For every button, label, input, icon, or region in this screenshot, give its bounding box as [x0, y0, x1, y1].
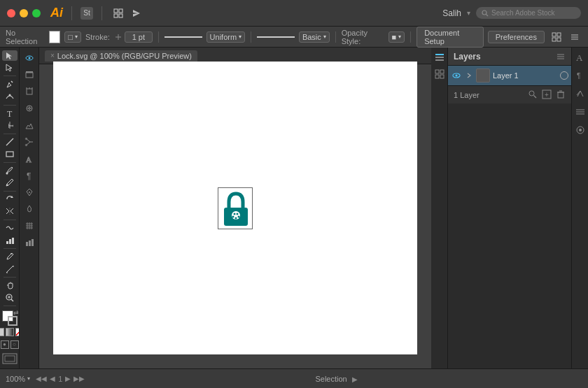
stroke-style-dropdown[interactable]: Basic ▾	[299, 31, 330, 43]
canvas-area: × Lock.svg @ 100% (RGB/GPU Preview)	[39, 48, 431, 368]
stroke-value-input[interactable]: 1 pt	[125, 31, 153, 43]
document-tab[interactable]: × Lock.svg @ 100% (RGB/GPU Preview)	[45, 50, 197, 62]
far-right-icon-strip: A ¶	[571, 48, 588, 368]
layers-menu-icon[interactable]	[556, 52, 566, 62]
status-play-icon[interactable]: ▶	[352, 375, 358, 383]
layers-search-icon[interactable]	[528, 89, 538, 101]
st-icon[interactable]: St	[80, 7, 93, 20]
main-layout: T T	[0, 48, 588, 368]
image-trace-toggle[interactable]	[22, 117, 37, 133]
svg-rect-0	[114, 9, 118, 13]
panel-menu-icon[interactable]	[567, 29, 582, 45]
user-chevron[interactable]: ▾	[467, 9, 470, 17]
fill-mode-btn[interactable]: ○	[10, 340, 19, 349]
svg-rect-72	[435, 57, 444, 58]
appearance-panel-btn[interactable]	[573, 123, 587, 137]
measure-tool-button[interactable]	[2, 264, 18, 274]
hand-icon	[5, 281, 15, 291]
line-tool-button[interactable]	[2, 136, 18, 147]
artboard-toggle[interactable]	[22, 84, 37, 99]
swap-colors-icon[interactable]: ⇄	[13, 309, 19, 316]
hand-tool-button[interactable]	[2, 280, 18, 291]
eye-icon	[24, 53, 34, 63]
svg-point-67	[237, 213, 239, 215]
direct-selection-tool-button[interactable]	[2, 62, 18, 73]
properties-panel-btn[interactable]: A	[573, 50, 587, 64]
zoom-chevron[interactable]: ▾	[27, 375, 30, 382]
scissors-tool-button[interactable]	[22, 134, 37, 150]
zoom-tool-button[interactable]	[2, 292, 18, 303]
chart-btn[interactable]	[22, 235, 37, 250]
svg-rect-73	[435, 59, 444, 61]
color-panel-btn[interactable]	[573, 105, 587, 119]
warp-tool-button[interactable]	[2, 223, 18, 233]
layer-expand-arrow[interactable]	[465, 71, 473, 80]
svg-point-39	[28, 57, 30, 59]
normal-mode-btn[interactable]: ●	[1, 340, 9, 349]
rect-tool-button[interactable]	[2, 149, 18, 159]
type-outline-button[interactable]: A	[22, 151, 37, 166]
fill-color-swatch[interactable]	[49, 31, 60, 43]
opacity-dropdown[interactable]: ■ ▾	[388, 31, 405, 43]
eye-visibility-toggle[interactable]	[22, 50, 37, 66]
page-next-end-btn[interactable]: ▶▶	[74, 375, 85, 382]
artboards-btn[interactable]	[433, 67, 447, 81]
type-tool-button[interactable]: T	[2, 108, 18, 118]
pencil-tool-button[interactable]	[2, 178, 18, 188]
type-settings-btn[interactable]: ¶	[573, 69, 587, 82]
type-vertical-button[interactable]: T	[2, 120, 18, 130]
layers-panel: Layers	[448, 48, 571, 368]
grid-toggle[interactable]	[22, 101, 37, 116]
zoom-icon	[5, 293, 15, 303]
grid-icon[interactable]	[111, 6, 126, 21]
pen-nib-button[interactable]	[22, 185, 37, 200]
rotate-tool-button[interactable]	[2, 194, 18, 205]
solid-color-btn[interactable]	[0, 328, 4, 336]
selection-tool-button[interactable]	[2, 50, 18, 61]
layers-icon-btn[interactable]	[433, 50, 447, 64]
svg-point-70	[238, 215, 240, 217]
layer-visibility-eye[interactable]	[451, 70, 462, 81]
bar-graph-tool-button[interactable]	[2, 235, 18, 245]
stroke-color-box[interactable]	[8, 316, 18, 326]
svg-rect-87	[558, 92, 564, 98]
reflect-tool-button[interactable]	[2, 206, 18, 217]
search-stock-bar[interactable]: Search Adobe Stock	[476, 7, 581, 19]
eyedropper-tool-button[interactable]	[2, 252, 18, 262]
arrange-icons[interactable]	[549, 29, 564, 45]
stroke-type-dropdown[interactable]: Uniform ▾	[206, 31, 246, 43]
title-bar: Ai St Salih ▾ Search Adobe Stoc	[0, 0, 588, 27]
maximize-window-button[interactable]	[32, 9, 41, 17]
layer-target-circle[interactable]	[560, 71, 568, 80]
prev-page-icon[interactable]: ◀◀	[36, 375, 47, 382]
gradient-btn[interactable]	[6, 328, 14, 336]
svg-line-28	[6, 266, 13, 273]
document-setup-button[interactable]: Document Setup	[416, 27, 484, 48]
preferences-button[interactable]: Preferences	[488, 31, 545, 43]
send-icon[interactable]	[129, 6, 144, 21]
minimize-window-button[interactable]	[20, 9, 28, 17]
liquid-tool-button[interactable]	[22, 201, 37, 217]
delete-layer-btn[interactable]	[556, 89, 566, 101]
change-screen-mode-btn[interactable]	[2, 353, 18, 366]
page-next-btn[interactable]: ▶	[65, 375, 71, 382]
transform-panel-btn[interactable]	[573, 87, 587, 101]
curvature-tool-button[interactable]	[2, 91, 18, 101]
add-layer-btn[interactable]: +	[542, 89, 552, 101]
tab-close-icon[interactable]: ×	[50, 52, 55, 59]
canvas-toggle[interactable]	[22, 67, 37, 82]
paintbrush-tool-button[interactable]	[2, 166, 18, 176]
svg-rect-8	[552, 38, 556, 41]
pattern-tool-button[interactable]	[22, 218, 37, 233]
page-prev-btn[interactable]: ◀	[50, 375, 55, 382]
close-window-button[interactable]	[7, 9, 15, 17]
svg-point-54	[29, 192, 30, 193]
svg-point-69	[235, 217, 237, 219]
svg-point-97	[579, 129, 582, 131]
fill-dropdown[interactable]: □ ▾	[64, 31, 81, 43]
svg-rect-6	[552, 33, 556, 36]
layer-1-row[interactable]: Layer 1	[448, 66, 571, 85]
pen-tool-button[interactable]	[2, 79, 18, 89]
paragraph-icon-btn[interactable]: ¶	[22, 168, 37, 183]
svg-point-27	[10, 253, 12, 254]
